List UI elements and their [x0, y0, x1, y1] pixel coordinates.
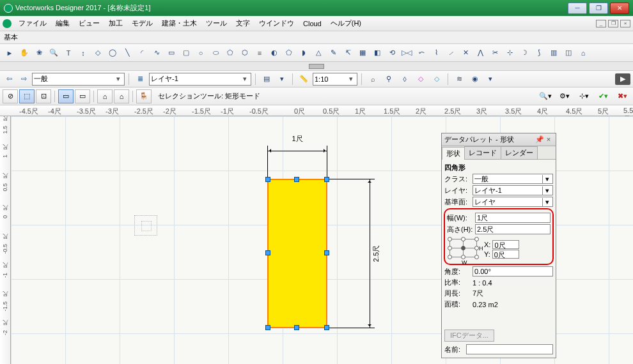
menu-text[interactable]: 文字: [231, 17, 254, 29]
resize-handle-bm[interactable]: [294, 325, 299, 330]
resize-handle-tm[interactable]: [294, 177, 299, 182]
class-field[interactable]: 一般▾: [473, 174, 553, 184]
cancel-button[interactable]: ✖▾: [614, 89, 630, 103]
zoom-tool[interactable]: 🔍: [47, 46, 61, 60]
rounded-rect-tool[interactable]: ▢: [179, 46, 193, 60]
resize-handle-tl[interactable]: [265, 177, 270, 182]
stack-icon[interactable]: ≋: [452, 72, 466, 86]
resize-handle-br[interactable]: [324, 325, 329, 330]
view-icon-2[interactable]: ⚲: [382, 72, 396, 86]
menu-window[interactable]: ウインドウ: [254, 17, 299, 29]
object-info-palette[interactable]: データパレット - 形状 📌 × 形状 レコード レンダー 四角形 クラス: 一…: [441, 133, 556, 358]
wall-tool[interactable]: ▥: [547, 46, 561, 60]
gear-button[interactable]: ⚙▾: [556, 89, 573, 103]
clip-tool[interactable]: ⋀: [473, 46, 487, 60]
palette-titlebar[interactable]: データパレット - 形状 📌 ×: [442, 133, 556, 146]
split-tool[interactable]: ✂: [488, 46, 502, 60]
saved-view-icon[interactable]: ▤: [260, 72, 274, 86]
cursor-tool[interactable]: ►: [3, 46, 17, 60]
nav-forward-button[interactable]: ⇨: [17, 73, 30, 86]
zoom-fit-button[interactable]: 🔍▾: [537, 89, 554, 103]
text-tool[interactable]: T: [61, 46, 75, 60]
view-icon-5[interactable]: ◇: [430, 72, 444, 86]
saved-view-dropdown[interactable]: ▾: [276, 73, 288, 86]
regular-polygon-tool[interactable]: ⬠: [282, 46, 296, 60]
resize-handle-bl[interactable]: [265, 325, 270, 330]
dimension-tool[interactable]: ↕: [76, 46, 90, 60]
play-button[interactable]: ▶: [615, 73, 630, 85]
menu-file[interactable]: ファイル: [14, 17, 51, 29]
layers-icon[interactable]: ≣: [133, 72, 147, 86]
menu-edit[interactable]: 編集: [51, 17, 74, 29]
render-icon[interactable]: ◉: [468, 72, 482, 86]
view-icon-1[interactable]: ⌕: [366, 72, 380, 86]
menu-help[interactable]: ヘルプ(H): [326, 17, 366, 29]
view-icon-3[interactable]: ◊: [398, 72, 412, 86]
snap-button[interactable]: ⊹▾: [575, 89, 592, 103]
minimize-button[interactable]: ─: [568, 3, 587, 14]
menu-modify[interactable]: 加工: [104, 17, 127, 29]
x-field[interactable]: 0尺: [492, 240, 519, 249]
scale-dropdown[interactable]: 1:10▾: [313, 73, 357, 86]
flyover-tool[interactable]: ❀: [32, 46, 46, 60]
mode-rect-a[interactable]: ▭: [58, 89, 74, 103]
freehand-tool[interactable]: ∿: [150, 46, 164, 60]
roof-tool[interactable]: ⌂: [576, 46, 590, 60]
mode-chair-icon[interactable]: 🪑: [136, 89, 152, 103]
tab-record[interactable]: レコード: [464, 146, 501, 159]
menu-view[interactable]: ビュー: [74, 17, 104, 29]
height-field[interactable]: 2.5尺: [475, 224, 551, 234]
fillet-tool[interactable]: ⌇: [429, 46, 443, 60]
menu-model[interactable]: モデル: [127, 17, 157, 29]
width-field[interactable]: 1尺: [475, 213, 551, 223]
doc-minimize-button[interactable]: _: [596, 20, 606, 27]
palette-close-icon[interactable]: ×: [544, 135, 553, 144]
menu-arch[interactable]: 建築・土木: [157, 17, 201, 29]
visibility-tool[interactable]: ▦: [356, 46, 370, 60]
class-dropdown[interactable]: 一般▾: [32, 73, 125, 86]
plane-field[interactable]: レイヤ▾: [473, 197, 553, 207]
maximize-button[interactable]: ❐: [589, 3, 608, 14]
ifc-data-button[interactable]: IFCデータ...: [444, 330, 494, 342]
select-similar-tool[interactable]: ↸: [341, 46, 355, 60]
mirror-tool[interactable]: ▷◁: [400, 46, 414, 60]
connect-tool[interactable]: ⊹: [503, 46, 517, 60]
rectangle-tool[interactable]: ▭: [164, 46, 178, 60]
mode-wall2[interactable]: ⌂: [114, 89, 129, 103]
mode-lasso[interactable]: ⬚: [19, 89, 35, 103]
scale-icon[interactable]: 📏: [297, 72, 311, 86]
doc-restore-button[interactable]: ❐: [608, 20, 618, 27]
palette-pin-icon[interactable]: 📌: [535, 135, 544, 144]
triangle-tool[interactable]: △: [311, 46, 325, 60]
rotate-tool[interactable]: ⤺: [414, 46, 428, 60]
resize-handle-tr[interactable]: [324, 177, 329, 182]
shear-tool[interactable]: ⟆: [532, 46, 546, 60]
trim-tool[interactable]: ☽: [517, 46, 531, 60]
resize-handle-mr[interactable]: [324, 250, 329, 255]
circle-tool[interactable]: ○: [194, 46, 208, 60]
line-tool[interactable]: ╲: [120, 46, 134, 60]
close-button[interactable]: ✕: [610, 3, 629, 14]
spiral-tool[interactable]: ◐: [267, 46, 281, 60]
doc-close-button[interactable]: ×: [620, 20, 630, 27]
eyedropper-tool[interactable]: ✎: [326, 46, 340, 60]
mode-disabled-icon[interactable]: ⊘: [3, 89, 18, 103]
locus-tool[interactable]: ◇: [91, 46, 105, 60]
nav-back-button[interactable]: ⇦: [3, 73, 15, 86]
layer-field[interactable]: レイヤ-1▾: [473, 185, 553, 195]
selected-rectangle[interactable]: [267, 179, 327, 328]
angle-field[interactable]: 0.00°: [473, 266, 553, 277]
polyline-tool[interactable]: ⬡: [238, 46, 252, 60]
tab-shape[interactable]: 形状: [442, 147, 465, 160]
y-field[interactable]: 0尺: [492, 250, 519, 259]
attribute-mapping-tool[interactable]: ◧: [370, 46, 384, 60]
menu-cloud[interactable]: Cloud: [299, 19, 326, 29]
mode-rect-b[interactable]: ▭: [75, 89, 90, 103]
pan-tool[interactable]: ✋: [17, 46, 31, 60]
check-button[interactable]: ✔▾: [595, 89, 611, 103]
double-line-tool[interactable]: ≡: [253, 46, 267, 60]
chamfer-tool[interactable]: ⟋: [444, 46, 458, 60]
mode-single[interactable]: ⊡: [36, 89, 51, 103]
arc-tool[interactable]: ◜: [135, 46, 149, 60]
name-field[interactable]: [466, 344, 553, 354]
